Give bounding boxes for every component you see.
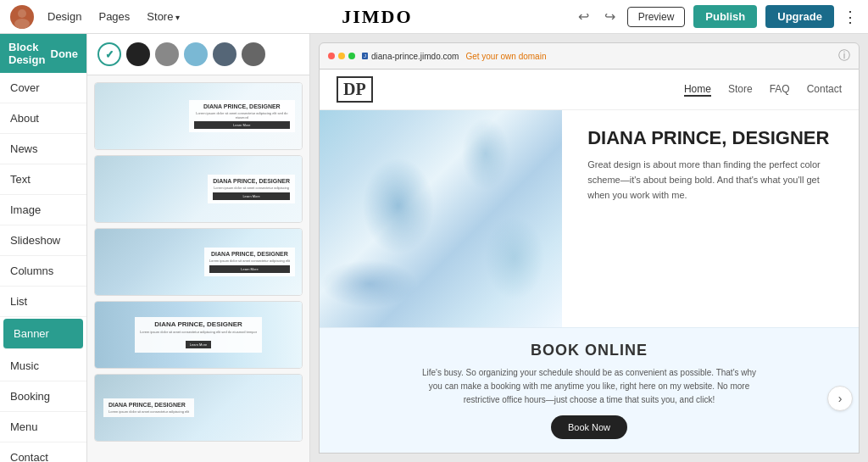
site-nav-contact[interactable]: Contact: [807, 83, 842, 97]
redo-button[interactable]: ↪: [601, 5, 619, 28]
sidebar-item-text[interactable]: Text: [0, 164, 86, 195]
browser-domain: diana-prince.jimdo.com: [371, 52, 459, 61]
browser-url-bar[interactable]: J diana-prince.jimdo.com Get your own do…: [362, 52, 546, 61]
list-item[interactable]: DIANA PRINCE, DESIGNER Lorem ipsum dolor…: [94, 82, 303, 150]
close-dot: [328, 53, 335, 59]
svg-point-0: [18, 9, 26, 18]
right-preview-area: J diana-prince.jimdo.com Get your own do…: [310, 34, 868, 462]
panel-header: Block Design Done: [0, 34, 86, 73]
avatar[interactable]: [10, 5, 34, 29]
nav-items-list: Cover About News Text Image Slideshow Co…: [0, 73, 86, 462]
sidebar-item-menu[interactable]: Menu: [0, 412, 86, 443]
favicon-icon: J: [362, 53, 368, 59]
site-navigation: DP Home Store FAQ Contact: [320, 70, 859, 110]
publish-button[interactable]: Publish: [693, 5, 757, 28]
site-logo: DP: [337, 76, 373, 103]
site-preview-frame: DP Home Store FAQ Contact DIANA PRINCE, …: [319, 70, 860, 454]
design-nav[interactable]: Design: [47, 10, 81, 23]
undo-button[interactable]: ↩: [575, 5, 593, 28]
browser-chrome: J diana-prince.jimdo.com Get your own do…: [319, 42, 860, 70]
list-item[interactable]: DIANA PRINCE, DESIGNER Lorem ipsum dolor…: [94, 155, 303, 223]
swatch-dark-gray[interactable]: [242, 42, 265, 66]
topbar-right: ↩ ↪ Preview Publish Upgrade ⋮: [575, 5, 858, 28]
sidebar-item-slideshow[interactable]: Slideshow: [0, 225, 86, 256]
pages-nav[interactable]: Pages: [98, 10, 130, 23]
swatch-dark-blue[interactable]: [213, 42, 236, 66]
swatch-blue[interactable]: [184, 42, 208, 66]
site-hero-description: Great design is about more than finding …: [587, 158, 833, 203]
list-item[interactable]: DIANA PRINCE, DESIGNER Lorem ipsum dolor…: [94, 228, 303, 296]
minimize-dot: [338, 53, 345, 59]
topbar: Design Pages Store JIMDO ↩ ↪ Preview Pub…: [0, 0, 868, 34]
get-domain-link[interactable]: Get your own domain: [465, 52, 546, 61]
site-hero-image: [320, 110, 562, 327]
sidebar-item-news[interactable]: News: [0, 134, 86, 164]
preview-button[interactable]: Preview: [627, 7, 686, 27]
browser-traffic-lights: [328, 53, 355, 59]
sidebar-item-contact[interactable]: Contact: [0, 443, 86, 462]
swatch-black[interactable]: [126, 42, 150, 66]
store-nav[interactable]: Store: [147, 10, 180, 23]
svg-point-1: [14, 19, 30, 29]
topbar-left: Design Pages Store: [10, 5, 180, 29]
swatch-gray[interactable]: [155, 42, 179, 66]
next-arrow-button[interactable]: ›: [827, 386, 853, 411]
sidebar-item-about[interactable]: About: [0, 103, 86, 134]
browser-frame: J diana-prince.jimdo.com Get your own do…: [319, 42, 860, 454]
list-item[interactable]: DIANA PRINCE, DESIGNER Lorem ipsum dolor…: [94, 374, 303, 442]
middle-panel: ✓ DIANA PRINCE, DESIGNER Lorem ipsum dol…: [87, 34, 310, 462]
swatch-white[interactable]: ✓: [97, 42, 121, 66]
site-nav-store[interactable]: Store: [728, 83, 753, 97]
site-hero-text: DIANA PRINCE, DESIGNER Great design is a…: [562, 110, 859, 327]
site-nav-faq[interactable]: FAQ: [770, 83, 790, 97]
book-now-button[interactable]: Book Now: [551, 415, 627, 439]
color-swatches: ✓: [87, 34, 309, 75]
more-options-button[interactable]: ⋮: [843, 8, 858, 26]
sidebar-item-columns[interactable]: Columns: [0, 256, 86, 287]
site-nav-home[interactable]: Home: [684, 83, 711, 97]
left-panel: Block Design Done Cover About News Text …: [0, 34, 87, 462]
site-hero-section: DIANA PRINCE, DESIGNER Great design is a…: [320, 110, 859, 327]
sidebar-item-banner[interactable]: Banner: [3, 319, 83, 349]
site-hero-title: DIANA PRINCE, DESIGNER: [587, 127, 833, 149]
list-item[interactable]: DIANA PRINCE, DESIGNER Lorem ipsum dolor…: [94, 301, 303, 369]
logo: JIMDO: [342, 6, 412, 28]
upgrade-button[interactable]: Upgrade: [765, 5, 834, 28]
topbar-nav: Design Pages Store: [47, 10, 180, 23]
booking-title: BOOK ONLINE: [337, 342, 842, 359]
template-list: DIANA PRINCE, DESIGNER Lorem ipsum dolor…: [87, 75, 309, 462]
sidebar-item-cover[interactable]: Cover: [0, 73, 86, 103]
main-area: Block Design Done Cover About News Text …: [0, 34, 868, 462]
site-booking-section: BOOK ONLINE Life's busy. So organizing y…: [320, 327, 859, 453]
sidebar-item-list[interactable]: List: [0, 287, 86, 317]
browser-info-icon: ⓘ: [838, 48, 850, 64]
done-button[interactable]: Done: [51, 47, 79, 60]
sidebar-item-music[interactable]: Music: [0, 351, 86, 381]
site-nav-links: Home Store FAQ Contact: [684, 83, 842, 97]
sidebar-item-image[interactable]: Image: [0, 195, 86, 225]
sidebar-item-booking[interactable]: Booking: [0, 381, 86, 412]
maximize-dot: [348, 53, 355, 59]
panel-title: Block Design: [8, 41, 51, 66]
booking-description: Life's busy. So organizing your schedule…: [420, 366, 759, 407]
